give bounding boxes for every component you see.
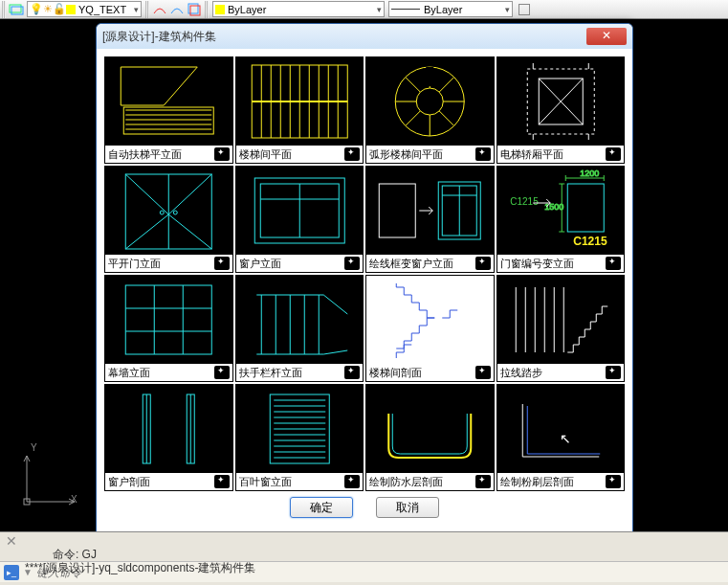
component-item-tag2elev[interactable]: 12001500C1215C1215 门窗编号变立面 <box>496 166 626 273</box>
thumb: ↖ <box>497 385 625 473</box>
hist-line-2: ****[源泉设计]-yq_sldcomponents-建筑构件集 <box>25 561 255 574</box>
item-label: 自动扶梯平立面 <box>108 147 182 162</box>
thumb <box>236 385 364 473</box>
expand-icon <box>606 257 621 270</box>
expand-icon <box>475 257 491 270</box>
component-item-door-elev[interactable]: 平开门立面 <box>104 166 233 273</box>
ucs-x-label: X <box>71 494 77 505</box>
thumb <box>366 167 494 255</box>
linetype-label: ByLayer <box>424 4 462 15</box>
component-dialog: [源泉设计]-建筑构件集 ✕ 自动扶梯平立面 楼梯间平面 弧形楼梯间平面 电梯轿… <box>96 23 633 536</box>
component-item-arc-stair[interactable]: 弧形楼梯间平面 <box>365 56 495 164</box>
thumb <box>366 276 494 364</box>
cursor-icon: ↖ <box>560 431 571 446</box>
cancel-button[interactable]: 取消 <box>376 497 439 518</box>
lineweight-swatch[interactable] <box>518 4 530 15</box>
hist-line-1: 命令: GJ <box>53 548 97 561</box>
expand-icon <box>475 475 491 488</box>
svg-point-8 <box>416 88 443 115</box>
item-label: 窗户立面 <box>239 257 281 271</box>
close-history-icon[interactable]: ✕ <box>6 534 17 548</box>
expand-icon <box>344 366 360 379</box>
item-label: 楼梯间平面 <box>239 147 292 162</box>
svg-rect-16 <box>379 184 415 237</box>
thumb <box>105 167 232 255</box>
svg-text:C1215: C1215 <box>510 196 539 207</box>
svg-text:1200: 1200 <box>580 169 599 178</box>
item-label: 楼梯间剖面 <box>369 366 422 380</box>
expand-icon <box>606 475 621 488</box>
color-dropdown[interactable]: ByLayer ▾ <box>212 1 385 17</box>
lock-icon: 🔓 <box>53 3 66 15</box>
component-item-louver[interactable]: 百叶窗立面 <box>235 384 364 491</box>
expand-icon <box>475 366 491 379</box>
layer-color-swatch <box>66 5 76 14</box>
expand-icon <box>344 475 360 488</box>
item-label: 门窗编号变立面 <box>500 257 574 271</box>
color-label: ByLayer <box>228 4 266 15</box>
svg-text:C1215: C1215 <box>573 235 607 248</box>
item-label: 幕墙立面 <box>108 366 150 380</box>
command-history: ✕命令: GJ ****[源泉设计]-yq_sldcomponents-建筑构件… <box>0 532 728 561</box>
item-label: 拉线踏步 <box>500 366 542 380</box>
sun-icon: ☀ <box>43 3 53 15</box>
expand-icon <box>214 257 230 270</box>
chevron-down-icon: ▾ <box>505 5 510 14</box>
thumb <box>236 276 364 364</box>
toolbar-grip-3[interactable] <box>205 1 209 18</box>
layer-walk-icon[interactable] <box>186 1 203 18</box>
linetype-dropdown[interactable]: ByLayer ▾ <box>388 1 513 17</box>
layer-dropdown[interactable]: 💡 ☀ 🔓 YQ_TEXT ▾ <box>27 1 142 17</box>
thumb <box>236 167 364 255</box>
layer-props-icon[interactable] <box>8 1 25 18</box>
dialog-titlebar[interactable]: [源泉设计]-建筑构件集 ✕ <box>97 24 632 49</box>
expand-icon <box>475 147 491 161</box>
item-label: 绘线框变窗户立面 <box>369 257 453 271</box>
component-item-stair-section[interactable]: 楼梯间剖面 <box>365 275 495 382</box>
dialog-buttons: 确定 取消 <box>104 491 625 528</box>
component-item-line2window[interactable]: 绘线框变窗户立面 <box>365 166 495 273</box>
component-item-curtain-wall[interactable]: 幕墙立面 <box>104 275 233 382</box>
item-label: 百叶窗立面 <box>239 475 292 489</box>
component-item-stair-plan[interactable]: 楼梯间平面 <box>235 56 364 164</box>
thumb <box>366 385 494 473</box>
expand-icon <box>344 257 360 270</box>
thumb <box>236 57 364 146</box>
svg-rect-5 <box>123 107 213 134</box>
component-item-window-section[interactable]: 窗户剖面 <box>104 384 233 491</box>
toolbar-grip-2[interactable] <box>145 1 149 18</box>
component-grid: 自动扶梯平立面 楼梯间平面 弧形楼梯间平面 电梯轿厢平面 平开门立面 窗户 <box>104 56 625 491</box>
component-item-railing[interactable]: 扶手栏杆立面 <box>235 275 364 382</box>
ok-button[interactable]: 确定 <box>290 497 353 518</box>
expand-icon <box>214 147 230 161</box>
layer-name: YQ_TEXT <box>78 4 126 15</box>
component-item-escalator[interactable]: 自动扶梯平立面 <box>104 56 233 164</box>
command-area: ✕命令: GJ ****[源泉设计]-yq_sldcomponents-建筑构件… <box>0 531 728 585</box>
expand-icon <box>606 147 621 161</box>
expand-icon <box>606 366 621 379</box>
layer-iso-icon[interactable] <box>168 1 186 18</box>
component-item-waterproof[interactable]: 绘制防水层剖面 <box>365 384 495 491</box>
thumb <box>497 276 625 364</box>
ucs-icon: X Y <box>17 444 84 513</box>
component-item-window-elev[interactable]: 窗户立面 <box>235 166 364 273</box>
match-layer-icon[interactable] <box>151 1 168 18</box>
expand-icon <box>344 147 360 161</box>
thumb <box>105 385 232 473</box>
top-toolbar: 💡 ☀ 🔓 YQ_TEXT ▾ ByLayer ▾ ByLayer ▾ <box>0 0 728 19</box>
dialog-body: 自动扶梯平立面 楼梯间平面 弧形楼梯间平面 电梯轿厢平面 平开门立面 窗户 <box>97 49 632 535</box>
component-item-elevator[interactable]: 电梯轿厢平面 <box>496 56 626 164</box>
component-item-step-line[interactable]: 拉线踏步 <box>496 275 626 382</box>
linetype-preview <box>391 9 420 10</box>
command-prompt-icon[interactable]: ▸_ <box>4 565 19 580</box>
chevron-down-icon: ▾ <box>377 5 382 14</box>
color-swatch <box>215 5 225 14</box>
close-button[interactable]: ✕ <box>586 28 627 45</box>
dialog-title: [源泉设计]-建筑构件集 <box>102 29 216 45</box>
svg-rect-24 <box>125 285 211 354</box>
toolbar-grip[interactable] <box>2 1 6 18</box>
item-label: 绘制粉刷层剖面 <box>500 475 574 489</box>
expand-icon <box>214 475 230 488</box>
ucs-y-label: Y <box>31 442 37 453</box>
component-item-plaster[interactable]: ↖ 绘制粉刷层剖面 <box>496 384 626 491</box>
